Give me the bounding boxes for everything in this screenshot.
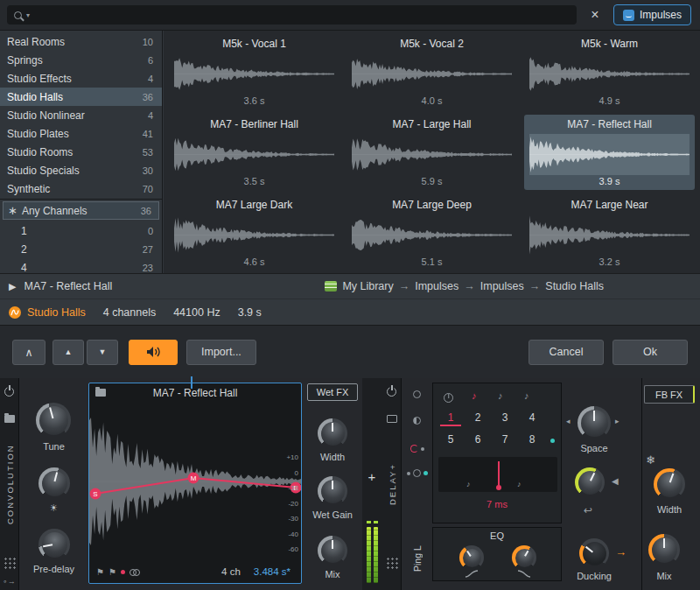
step-5[interactable]: 5	[440, 433, 461, 446]
collapse-button[interactable]: ∧	[12, 340, 46, 365]
sidebar-item-studio-nonlinear[interactable]: Studio Nonlinear4	[0, 106, 162, 124]
space-left-arrow[interactable]: ◂	[566, 417, 570, 425]
eq-high-knob[interactable]	[512, 545, 536, 570]
feedback-back-arrow[interactable]: ◀	[612, 476, 619, 486]
impulse-display-body[interactable]: +100-10-20-30-40-60 S M E	[89, 403, 301, 560]
damp-knob[interactable]	[38, 467, 70, 499]
ducking-knob[interactable]	[579, 538, 609, 568]
step-4[interactable]: 4	[522, 411, 542, 424]
sidebar-item-springs[interactable]: Springs6	[0, 51, 162, 69]
remote-panel-icon[interactable]	[387, 415, 397, 423]
sidebar-divider	[0, 199, 162, 200]
flag-icon[interactable]: ⚑	[108, 567, 116, 577]
note-icon[interactable]: ♪	[524, 390, 529, 401]
search-input[interactable]: ▾	[7, 5, 577, 25]
breadcrumb[interactable]: My Library → Impulses → Impulses → Studi…	[325, 280, 604, 292]
feedback-knob[interactable]	[575, 467, 605, 497]
impulse-waveform	[352, 134, 512, 175]
sidebar-item-studio-halls[interactable]: Studio Halls36	[0, 88, 162, 106]
note-icon[interactable]: ♪	[498, 390, 503, 401]
wet-width-knob[interactable]	[318, 418, 347, 448]
sidebar-item-studio-specials[interactable]: Studio Specials30	[0, 161, 162, 179]
impulse-card-selected[interactable]: MA7 - Reflect Hall3.9 s	[524, 115, 695, 190]
predelay-knob[interactable]	[38, 529, 70, 560]
time-cursor[interactable]	[498, 461, 500, 489]
add-device-button[interactable]: +	[364, 469, 380, 484]
mode-stereo-icon[interactable]	[402, 417, 431, 425]
link-icon[interactable]	[130, 569, 140, 575]
filter-channels-1[interactable]: 10	[0, 221, 162, 240]
impulse-waveform	[352, 53, 512, 95]
power-icon[interactable]	[387, 387, 396, 397]
next-button[interactable]: ▼	[87, 340, 118, 365]
close-button[interactable]: ×	[584, 5, 606, 25]
duration: 3.9 s	[238, 306, 262, 319]
play-icon[interactable]: ▶	[9, 281, 16, 292]
sidebar-item-studio-plates[interactable]: Studio Plates41	[0, 124, 162, 143]
delay-time-slider[interactable]: ♪ ♪	[438, 457, 557, 492]
sidebar-item-studio-rooms[interactable]: Studio Rooms53	[0, 143, 162, 161]
tab-impulses[interactable]: Impulses	[613, 4, 691, 25]
wet-gain-knob[interactable]	[318, 476, 347, 506]
impulse-waveform	[174, 134, 334, 175]
impulse-card[interactable]: MA7 Large Dark4.6 s	[169, 195, 340, 270]
ping-mode-label[interactable]: Ping L	[402, 530, 431, 586]
sync-dial-icon[interactable]	[444, 393, 453, 403]
wet-gain-label: Wet Gain	[304, 509, 361, 520]
mode-mono-icon[interactable]	[402, 390, 431, 398]
wet-mix-knob[interactable]	[318, 536, 347, 565]
sidebar-item-synthetic[interactable]: Synthetic70	[0, 179, 162, 198]
filter-channels-2[interactable]: 227	[0, 240, 162, 258]
impulse-card[interactable]: MA7 Large Deep5.1 s	[346, 195, 517, 270]
step-8[interactable]: 8	[522, 433, 542, 446]
delay-time-value[interactable]: 7 ms	[433, 499, 561, 509]
note-icon-active[interactable]: ♪	[472, 390, 477, 401]
fb-fx-header[interactable]: FB FX	[644, 385, 695, 404]
ok-button[interactable]: Ok	[612, 340, 688, 365]
step-7[interactable]: 7	[494, 433, 515, 446]
import-button[interactable]: Import...	[186, 340, 256, 365]
freeze-icon[interactable]: ❄	[646, 453, 655, 467]
tune-knob[interactable]	[36, 403, 71, 438]
drag-handle-icon[interactable]	[4, 557, 16, 569]
mode-selected-icon[interactable]	[402, 469, 431, 477]
audition-button[interactable]	[129, 340, 178, 365]
impulse-display-footer: ⚑ ⚑ 4 ch 3.484 s*	[89, 560, 301, 583]
fb-mix-knob[interactable]	[648, 534, 680, 565]
sidebar-item-real-rooms[interactable]: Real Rooms10	[0, 32, 162, 51]
impulse-card[interactable]: MA7 - Berliner Hall3.5 s	[169, 115, 340, 190]
eq-low-knob[interactable]	[459, 545, 484, 570]
device-title[interactable]: CONVOLUTION	[0, 439, 19, 529]
fb-width-knob[interactable]	[654, 468, 685, 500]
drag-handle-icon[interactable]	[386, 557, 398, 569]
filter-channels-4[interactable]: 423	[0, 258, 162, 273]
impulse-display[interactable]: MA7 - Reflect Hall +100-10-20-30-40-60 S…	[88, 383, 302, 584]
impulse-card[interactable]: MA7 - Large Hall5.9 s	[346, 115, 517, 190]
sidebar-item-studio-effects[interactable]: Studio Effects4	[0, 69, 162, 88]
ducking-label: Ducking	[577, 571, 612, 581]
step-2[interactable]: 2	[467, 411, 488, 424]
impulse-card[interactable]: M5k - Vocal 24.0 s	[346, 34, 517, 109]
device-title[interactable]: DELAY+	[382, 439, 402, 529]
step-1[interactable]: 1	[440, 411, 461, 426]
note-icon: ♪	[517, 480, 522, 488]
wet-fx-header[interactable]: Wet FX	[307, 383, 358, 401]
filter-any-channels[interactable]: ∗ Any Channels 36	[3, 201, 159, 220]
folder-icon[interactable]	[95, 389, 106, 397]
space-knob[interactable]	[578, 406, 611, 439]
impulse-card[interactable]: MA7 Large Near3.2 s	[524, 195, 695, 270]
mode-pingpong-icon[interactable]	[402, 445, 431, 453]
impulse-card[interactable]: M5k - Vocal 13.6 s	[169, 34, 340, 109]
return-icon[interactable]: ↩	[584, 504, 592, 516]
previous-button[interactable]: ▲	[52, 340, 84, 365]
step-6[interactable]: 6	[467, 433, 488, 446]
folder-icon[interactable]	[4, 415, 15, 423]
flag-icon[interactable]: ⚑	[96, 567, 104, 577]
space-right-arrow[interactable]: ▸	[615, 417, 620, 425]
power-icon[interactable]	[4, 387, 14, 397]
impulse-card[interactable]: M5k - Warm4.9 s	[524, 34, 695, 109]
cancel-button[interactable]: Cancel	[528, 340, 604, 365]
category-tag[interactable]: Studio Halls	[9, 306, 86, 319]
step-3[interactable]: 3	[494, 411, 515, 424]
envelope-overlay[interactable]: S M E	[89, 403, 301, 560]
